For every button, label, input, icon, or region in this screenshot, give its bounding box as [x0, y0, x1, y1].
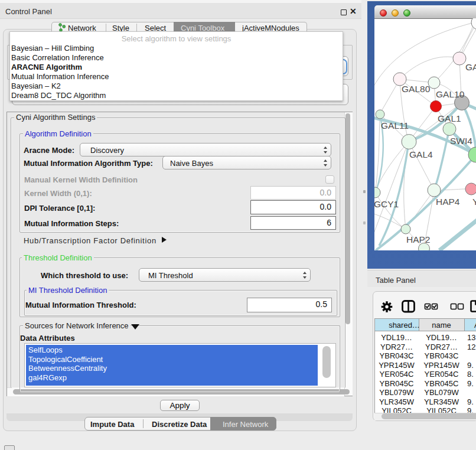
- svg-text:HAP4: HAP4: [436, 197, 460, 207]
- svg-text:SWI4: SWI4: [450, 136, 472, 146]
- svg-text:GAL11: GAL11: [381, 120, 409, 131]
- svg-text:GAL1: GAL1: [438, 113, 461, 123]
- svg-text:Y: Y: [472, 197, 476, 207]
- svg-text:HAP2: HAP2: [406, 234, 431, 244]
- svg-text:GAL: GAL: [465, 62, 476, 72]
- svg-text:GAL80: GAL80: [402, 84, 431, 94]
- svg-text:GCY1: GCY1: [374, 199, 399, 209]
- svg-text:GAL4: GAL4: [409, 149, 433, 159]
- svg-text:GAL10: GAL10: [436, 89, 465, 99]
